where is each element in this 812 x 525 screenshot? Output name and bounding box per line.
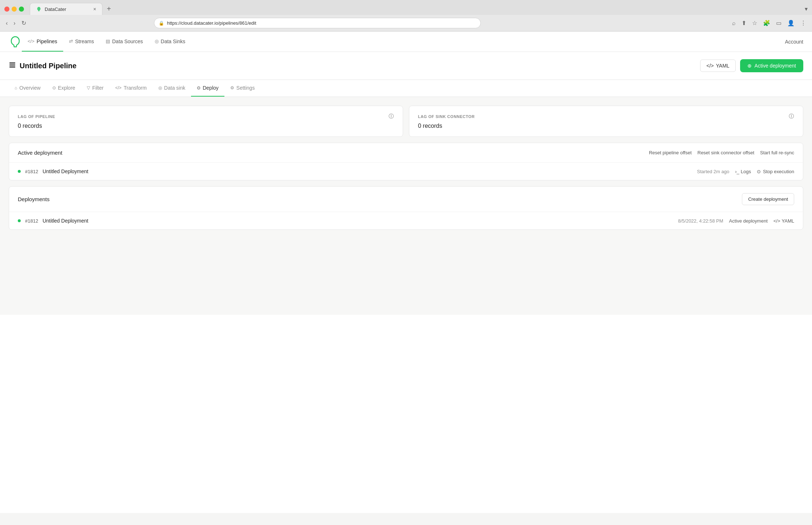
lock-icon: 🔒 [159,21,164,26]
profile-button[interactable]: 👤 [786,18,796,28]
yaml-button[interactable]: </> YAML [700,60,735,72]
logs-label: Logs [741,169,751,174]
nav-data-sources-label: Data Sources [112,38,143,44]
pipelines-icon: </> [28,38,34,44]
close-tab-button[interactable]: × [93,6,96,12]
active-deployment-button-label: Active deployment [755,63,796,69]
deployments-header: Deployments Create deployment [9,187,803,212]
new-tab-button[interactable]: + [104,3,114,15]
reset-pipeline-offset-button[interactable]: Reset pipeline offset [649,150,692,155]
active-deployment-title: Active deployment [18,150,62,156]
menu-button[interactable]: ⋮ [799,18,808,28]
tab-transform[interactable]: </> Transform [109,80,153,97]
search-browser-button[interactable]: ⌕ [731,19,737,28]
traffic-light-yellow[interactable] [12,7,17,12]
traffic-light-red[interactable] [4,7,9,12]
active-deploy-id: #1812 [25,169,38,174]
tab-deploy-label: Deploy [203,85,219,91]
stop-label: Stop execution [763,169,794,174]
lag-cards: LAG OF PIPELINE ⓘ 0 records LAG OF SINK … [9,106,803,137]
logs-terminal-icon: ›_ [735,169,739,174]
deploy-list-right: 8/5/2022, 4:22:58 PM Active deployment <… [678,218,794,224]
tab-explore-label: Explore [58,85,75,91]
nav-pipelines[interactable]: </> Pipelines [22,32,63,52]
browser-tab[interactable]: DataCater × [30,3,102,15]
svg-rect-0 [9,62,15,64]
page-header: Untitled Pipeline </> YAML ⊕ Active depl… [0,52,812,80]
lag-pipeline-value: 0 records [18,123,394,129]
active-deployment-button[interactable]: ⊕ Active deployment [740,59,803,72]
nav-items: </> Pipelines ⇄ Streams ▤ Data Sources ◎… [22,32,785,52]
logo-icon [9,35,22,48]
stack-icon [9,61,16,70]
filter-icon: ▽ [87,85,90,90]
extensions-button[interactable]: 🧩 [762,18,772,28]
deploy-icon: ⊙ [197,85,200,90]
active-deployment-row: #1812 Untitled Deployment Started 2m ago… [9,163,803,180]
deploy-status: Active deployment [729,218,768,224]
collapse-button[interactable]: ▾ [805,5,808,12]
lag-sink-label-row: LAG OF SINK CONNECTOR ⓘ [418,113,794,120]
sidebar-toggle-button[interactable]: ▭ [775,18,783,28]
lag-pipeline-label: LAG OF PIPELINE [18,114,55,119]
tab-title: DataCater [45,7,90,12]
nav-streams[interactable]: ⇄ Streams [63,32,100,52]
svg-rect-2 [9,66,15,68]
status-dot-active [18,170,21,173]
tab-deploy[interactable]: ⊙ Deploy [191,80,224,97]
yaml-code-icon: </> [706,63,714,69]
forward-button[interactable]: › [12,19,17,28]
active-deploy-time: Started 2m ago [697,169,729,174]
data-sink-icon: ◎ [158,85,162,90]
deploy-yaml-button[interactable]: </> YAML [774,218,794,224]
reset-sink-connector-offset-button[interactable]: Reset sink connector offset [698,150,755,155]
tab-filter-label: Filter [92,85,103,91]
stop-execution-button[interactable]: ⊙ Stop execution [757,169,794,174]
lag-pipeline-card: LAG OF PIPELINE ⓘ 0 records [9,106,403,137]
address-bar[interactable]: 🔒 https://cloud.datacater.io/pipelines/8… [154,18,481,28]
deployments-title: Deployments [18,196,50,202]
lag-pipeline-label-row: LAG OF PIPELINE ⓘ [18,113,394,120]
list-deploy-name: Untitled Deployment [42,218,88,224]
overview-icon: ⌂ [15,85,17,90]
tab-data-sink[interactable]: ◎ Data sink [153,80,191,97]
nav-account[interactable]: Account [785,39,803,45]
deploy-date: 8/5/2022, 4:22:58 PM [678,218,723,224]
deployments-section: Deployments Create deployment #1812 Unti… [9,186,803,230]
top-nav: </> Pipelines ⇄ Streams ▤ Data Sources ◎… [0,32,812,52]
tab-explore[interactable]: ⊙ Explore [46,80,81,97]
tab-overview[interactable]: ⌂ Overview [9,80,46,97]
lag-sink-label: LAG OF SINK CONNECTOR [418,114,475,119]
lag-sink-value: 0 records [418,123,794,129]
bookmark-button[interactable]: ☆ [751,18,759,28]
nav-data-sources[interactable]: ▤ Data Sources [100,32,149,52]
tab-data-sink-label: Data sink [164,85,185,91]
page-title: Untitled Pipeline [20,62,77,70]
favicon-icon [36,6,42,12]
create-deployment-button[interactable]: Create deployment [742,193,794,205]
start-full-resync-button[interactable]: Start full re-sync [760,150,794,155]
nav-data-sinks[interactable]: ◎ Data Sinks [149,32,191,52]
lag-pipeline-info-icon[interactable]: ⓘ [389,113,394,120]
tab-transform-label: Transform [124,85,147,91]
tab-settings[interactable]: ⚙ Settings [224,80,261,97]
settings-icon: ⚙ [230,85,234,90]
data-sinks-icon: ◎ [155,38,159,44]
active-deployment-actions: Reset pipeline offset Reset sink connect… [649,150,794,155]
yaml-small-label: YAML [782,218,794,224]
active-deployment-header: Active deployment Reset pipeline offset … [9,143,803,163]
tab-filter[interactable]: ▽ Filter [81,80,109,97]
sub-tabs: ⌂ Overview ⊙ Explore ▽ Filter </> Transf… [0,80,812,97]
svg-rect-1 [9,64,15,65]
active-deploy-name: Untitled Deployment [42,168,88,174]
lag-sink-info-icon[interactable]: ⓘ [789,113,794,120]
nav-pipelines-label: Pipelines [37,38,57,44]
active-deploy-circle-icon: ⊕ [747,63,752,69]
stop-icon: ⊙ [757,169,761,174]
list-deploy-id: #1812 [25,218,38,224]
traffic-light-green[interactable] [19,7,24,12]
back-button[interactable]: ‹ [4,19,9,28]
share-button[interactable]: ⬆ [740,18,748,28]
reload-button[interactable]: ↻ [20,18,28,28]
logs-button[interactable]: ›_ Logs [735,169,751,174]
